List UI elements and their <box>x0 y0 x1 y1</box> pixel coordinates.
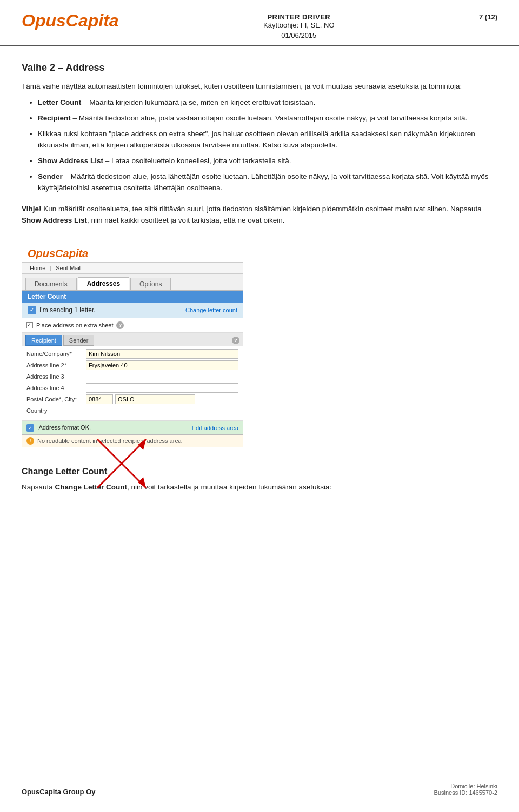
sc-label-country: Country <box>26 407 86 414</box>
change-letter-post: , niin voit tarkastella ja muuttaa kirje… <box>127 483 331 491</box>
sc-form-row-country: Country <box>26 406 238 415</box>
logo: OpusCapita <box>22 11 119 31</box>
section-title: Vaihe 2 – Address <box>22 62 497 73</box>
list-item: Recipient – Määritä tiedostoon alue, jos… <box>38 113 497 124</box>
list-item: Show Address List – Lataa osoiteluettelo… <box>38 156 497 167</box>
sc-status-ok-text: Address format OK. <box>38 424 91 431</box>
bullet-label-4: Show Address List <box>38 157 103 165</box>
tip-block: Vihje! Kun määrität osoitealuetta, tee s… <box>22 204 497 226</box>
sc-place-help-icon[interactable]: ? <box>116 321 124 329</box>
bullet-text-4: Lataa osoiteluettelo koneellesi, jotta v… <box>111 157 291 165</box>
bullet-text-1: Määritä kirjeiden lukumäärä ja se, miten… <box>89 98 315 106</box>
sc-logo: OpusCapita <box>22 243 243 262</box>
footer: OpusCapita Group Oy Domicile: Helsinki B… <box>0 777 519 801</box>
sc-status-ok: ✓ Address format OK. Edit address area <box>22 421 243 435</box>
sc-place-address-label: Place address on extra sheet <box>36 322 113 328</box>
tip-label: Vihje! <box>22 205 42 213</box>
tip-text-2: , niin näet kaikki osoitteet ja voit tar… <box>87 216 284 224</box>
sc-change-letter-link[interactable]: Change letter count <box>185 307 237 313</box>
sc-input-addr3[interactable] <box>86 372 238 381</box>
sc-nav-home[interactable]: Home <box>25 264 50 272</box>
page-number: 7 (12) <box>479 11 497 21</box>
tab-recipient[interactable]: Recipient <box>25 335 62 346</box>
sc-status-warn: ! No readable content in selected recipi… <box>22 435 243 447</box>
footer-domicile: Domicile: Helsinki <box>434 783 497 789</box>
sc-label-addr3: Address line 3 <box>26 373 86 380</box>
sc-letter-count-box: ✓ I'm sending 1 letter. Change letter co… <box>22 303 243 318</box>
intro-text: Tämä vaihe näyttää automaattisten toimin… <box>22 81 497 92</box>
sc-warn-icon: ! <box>26 437 34 445</box>
sc-form-row-addr2: Address line 2* <box>26 360 238 370</box>
screenshot-container: OpusCapita Home | Sent Mail Documents Ad… <box>22 243 243 447</box>
footer-right: Domicile: Helsinki Business ID: 1465570-… <box>434 783 497 796</box>
logo-opus: Opus <box>22 11 66 30</box>
sc-input-addr4[interactable] <box>86 383 238 393</box>
main-content: Vaihe 2 – Address Tämä vaihe näyttää aut… <box>0 51 519 504</box>
sc-status-warn-text: No readable content in selected recipien… <box>37 438 182 444</box>
bullet-text-2: Määritä tiedostoon alue, josta vastaanot… <box>79 114 467 122</box>
sc-letter-count-msg: I'm sending 1 letter. <box>39 306 96 314</box>
tab-options[interactable]: Options <box>130 278 171 290</box>
sc-section-header: Letter Count <box>22 291 243 303</box>
tab-documents[interactable]: Documents <box>25 278 77 290</box>
list-item: Klikkaa ruksi kohtaan "place address on … <box>38 129 497 151</box>
tab-sender[interactable]: Sender <box>63 335 94 346</box>
footer-business-id: Business ID: 1465570-2 <box>434 789 497 796</box>
doc-subtitle: Käyttöohje: FI, SE, NO <box>119 21 479 29</box>
header-center: PRINTER DRIVER Käyttöohje: FI, SE, NO 01… <box>119 11 479 39</box>
bullet-label-5: Sender <box>38 172 63 180</box>
sc-tab-bar: Documents Addresses Options <box>22 274 243 291</box>
sc-check-icon: ✓ <box>28 306 36 314</box>
sc-label-addr2: Address line 2* <box>26 362 86 368</box>
footer-company: OpusCapita Group Oy <box>22 788 96 796</box>
sc-place-address-checkbox[interactable] <box>26 322 33 328</box>
screenshot-wrapper: OpusCapita Home | Sent Mail Documents Ad… <box>22 234 243 456</box>
sc-form: Name/Company* Address line 2* Address li… <box>22 346 243 421</box>
bullet-list: Letter Count – Määritä kirjeiden lukumää… <box>38 97 497 193</box>
sc-logo-text: OpusCapita <box>28 247 88 259</box>
sc-input-addr2[interactable] <box>86 360 238 370</box>
doc-date: 01/06/2015 <box>119 31 479 39</box>
sc-edit-address-link[interactable]: Edit address area <box>192 425 238 431</box>
page: OpusCapita PRINTER DRIVER Käyttöohje: FI… <box>0 0 519 812</box>
tab-addresses[interactable]: Addresses <box>78 277 129 290</box>
sc-form-row-addr3: Address line 3 <box>26 372 238 381</box>
change-letter-title: Change Letter Count <box>22 467 497 477</box>
sc-input-country[interactable] <box>86 406 238 415</box>
list-item: Letter Count – Määritä kirjeiden lukumää… <box>38 97 497 109</box>
sc-input-city[interactable] <box>115 394 195 404</box>
sc-form-row-addr4: Address line 4 <box>26 383 238 393</box>
sc-label-name: Name/Company* <box>26 351 86 357</box>
change-letter-section: Change Letter Count Napsauta Change Lett… <box>22 467 497 493</box>
list-item: Sender – Määritä tiedostoon alue, josta … <box>38 171 497 194</box>
sc-rec-help-icon[interactable]: ? <box>232 337 239 344</box>
bullet-label-2: Recipient <box>38 114 71 122</box>
sc-form-row-name: Name/Company* <box>26 349 238 359</box>
tip-text-1: Kun määrität osoitealuetta, tee siitä ri… <box>42 205 482 213</box>
bullet-text-5: Määritä tiedostoon alue, josta lähettäjä… <box>38 172 489 192</box>
doc-title: PRINTER DRIVER <box>119 13 479 21</box>
change-letter-text: Napsauta Change Letter Count, niin voit … <box>22 482 497 493</box>
bullet-label-1: Letter Count <box>38 98 81 106</box>
sc-ok-icon: ✓ <box>26 424 34 432</box>
logo-capita: Capita <box>66 11 119 30</box>
sc-label-addr4: Address line 4 <box>26 385 86 391</box>
tip-bold: Show Address List <box>22 216 87 224</box>
sc-input-name[interactable] <box>86 349 238 359</box>
change-letter-bold: Change Letter Count <box>55 483 128 491</box>
change-letter-pre: Napsauta <box>22 483 55 491</box>
bullet-text-3: Klikkaa ruksi kohtaan "place address on … <box>38 130 475 149</box>
sc-place-address-row: Place address on extra sheet ? <box>22 318 243 333</box>
sc-input-postal[interactable] <box>86 394 113 404</box>
header: OpusCapita PRINTER DRIVER Käyttöohje: FI… <box>0 0 519 46</box>
sc-nav: Home | Sent Mail <box>22 262 243 274</box>
sc-nav-sentmail[interactable]: Sent Mail <box>51 264 85 272</box>
sc-label-postal: Postal Code*, City* <box>26 396 86 402</box>
sc-rec-tabs: Recipient Sender ? <box>22 333 243 346</box>
sc-form-row-postal: Postal Code*, City* <box>26 394 238 404</box>
